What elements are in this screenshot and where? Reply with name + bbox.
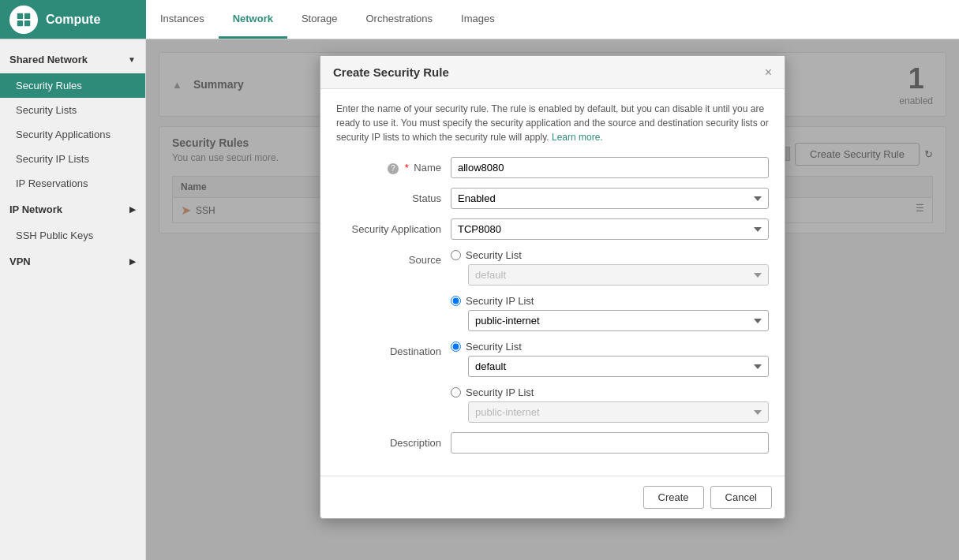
name-required: * bbox=[405, 162, 409, 174]
tab-orchestrations[interactable]: Orchestrations bbox=[352, 0, 448, 39]
source-security-list-radio[interactable] bbox=[451, 250, 461, 260]
destination-label: Destination bbox=[336, 341, 451, 357]
destination-security-ip-list-radio[interactable] bbox=[451, 387, 461, 398]
security-application-select[interactable]: TCP8080 bbox=[451, 218, 769, 240]
description-field-row: Description bbox=[336, 432, 769, 454]
shared-network-label: Shared Network bbox=[9, 54, 88, 65]
destination-field-row: Destination Security List bbox=[336, 341, 769, 423]
modal-title: Create Security Rule bbox=[333, 65, 449, 79]
name-input[interactable] bbox=[451, 157, 769, 178]
source-security-list-option: Security List bbox=[451, 249, 769, 261]
description-input[interactable] bbox=[451, 432, 769, 454]
create-button[interactable]: Create bbox=[643, 486, 704, 509]
app-title: Compute bbox=[46, 13, 100, 27]
description-control bbox=[451, 432, 769, 454]
destination-security-ip-list-option: Security IP List bbox=[451, 386, 769, 398]
nav-tabs: Instances Network Storage Orchestrations… bbox=[146, 0, 509, 39]
destination-security-list-sub: default bbox=[468, 356, 769, 377]
tab-storage[interactable]: Storage bbox=[287, 0, 352, 39]
name-label: ? * Name bbox=[336, 157, 451, 174]
destination-control: Security List default bbox=[451, 341, 769, 423]
status-field-row: Status Enabled Disabled bbox=[336, 188, 769, 209]
shared-network-arrow: ▼ bbox=[128, 55, 136, 64]
tab-images[interactable]: Images bbox=[447, 0, 509, 39]
destination-security-list-select[interactable]: default bbox=[468, 356, 769, 377]
modal-body: Enter the name of your security rule. Th… bbox=[320, 89, 785, 476]
tab-network[interactable]: Network bbox=[219, 0, 287, 39]
name-help-icon[interactable]: ? bbox=[388, 163, 399, 174]
sidebar-item-ip-reservations[interactable]: IP Reservations bbox=[0, 171, 145, 196]
cancel-button[interactable]: Cancel bbox=[710, 486, 772, 509]
shared-network-group[interactable]: Shared Network ▼ bbox=[0, 46, 145, 73]
status-label: Status bbox=[336, 188, 451, 204]
source-field-row: Source Security List bbox=[336, 249, 769, 331]
description-label: Description bbox=[336, 432, 451, 449]
learn-more-link[interactable]: Learn more. bbox=[552, 132, 603, 143]
destination-security-list-radio[interactable] bbox=[451, 342, 461, 352]
modal-close-button[interactable]: × bbox=[765, 66, 772, 79]
main-layout: Shared Network ▼ Security Rules Security… bbox=[0, 39, 959, 560]
svg-rect-1 bbox=[24, 13, 30, 18]
source-security-ip-list-option: Security IP List bbox=[451, 295, 769, 307]
sidebar-item-security-ip-lists[interactable]: Security IP Lists bbox=[0, 147, 145, 171]
security-application-label: Security Application bbox=[336, 218, 451, 235]
destination-radio-group: Security List default bbox=[451, 341, 769, 423]
source-label: Source bbox=[336, 249, 451, 266]
source-security-ip-list-sub: public-internet bbox=[468, 310, 769, 331]
svg-rect-0 bbox=[17, 13, 23, 18]
source-radio-group: Security List default bbox=[451, 249, 769, 331]
sidebar-item-security-applications[interactable]: Security Applications bbox=[0, 122, 145, 147]
svg-rect-2 bbox=[17, 20, 23, 25]
vpn-arrow: ▶ bbox=[129, 257, 136, 266]
source-security-ip-list-select[interactable]: public-internet bbox=[468, 310, 769, 331]
status-control: Enabled Disabled bbox=[451, 188, 769, 209]
security-application-control: TCP8080 bbox=[451, 218, 769, 240]
ip-network-arrow: ▶ bbox=[129, 205, 136, 214]
sidebar-item-security-rules[interactable]: Security Rules bbox=[0, 73, 145, 98]
destination-security-list-option: Security List bbox=[451, 341, 769, 353]
name-control bbox=[451, 157, 769, 178]
destination-security-ip-list-sub: public-internet bbox=[468, 401, 769, 423]
logo-area: Compute bbox=[0, 0, 146, 39]
modal-footer: Create Cancel bbox=[320, 476, 785, 518]
status-select[interactable]: Enabled Disabled bbox=[451, 188, 769, 209]
source-security-list-label[interactable]: Security List bbox=[466, 249, 522, 261]
ip-network-label: IP Network bbox=[9, 203, 62, 215]
security-application-field-row: Security Application TCP8080 bbox=[336, 218, 769, 240]
top-nav: Compute Instances Network Storage Orches… bbox=[0, 0, 959, 39]
ip-network-group[interactable]: IP Network ▶ bbox=[0, 196, 145, 223]
destination-security-ip-list-label[interactable]: Security IP List bbox=[466, 386, 534, 398]
destination-security-list-label[interactable]: Security List bbox=[466, 341, 522, 353]
source-security-ip-list-label[interactable]: Security IP List bbox=[466, 295, 534, 307]
modal-header: Create Security Rule × bbox=[320, 56, 785, 89]
source-security-list-sub: default bbox=[468, 264, 769, 286]
vpn-label: VPN bbox=[9, 256, 31, 267]
sidebar: Shared Network ▼ Security Rules Security… bbox=[0, 39, 146, 560]
logo-icon bbox=[9, 6, 38, 34]
modal-description: Enter the name of your security rule. Th… bbox=[336, 102, 769, 144]
destination-security-ip-list-select[interactable]: public-internet bbox=[468, 401, 769, 423]
create-security-rule-modal: Create Security Rule × Enter the name of… bbox=[320, 55, 785, 519]
vpn-group[interactable]: VPN ▶ bbox=[0, 248, 145, 275]
sidebar-item-ssh-public-keys[interactable]: SSH Public Keys bbox=[0, 223, 145, 248]
sidebar-item-security-lists[interactable]: Security Lists bbox=[0, 98, 145, 122]
source-security-list-select[interactable]: default bbox=[468, 264, 769, 286]
svg-rect-3 bbox=[24, 20, 30, 25]
tab-instances[interactable]: Instances bbox=[146, 0, 219, 39]
source-security-ip-list-radio[interactable] bbox=[451, 296, 461, 306]
name-field-row: ? * Name bbox=[336, 157, 769, 178]
content-area: ▲ Summary 1 enabled Security Rules You c… bbox=[146, 39, 959, 560]
source-control: Security List default bbox=[451, 249, 769, 331]
modal-overlay: Create Security Rule × Enter the name of… bbox=[146, 39, 959, 560]
